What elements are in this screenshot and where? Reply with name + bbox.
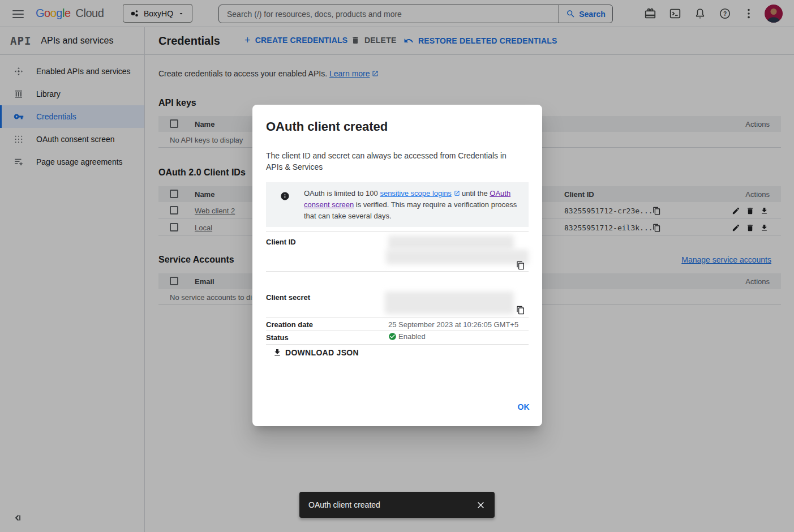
oauth-client-created-dialog: OAuth client created The client ID and s… bbox=[252, 105, 542, 426]
verification-notice: OAuth is limited to 100 sensitive scope … bbox=[266, 182, 529, 227]
notice-text: OAuth is limited to 100 sensitive scope … bbox=[304, 188, 523, 222]
dialog-title: OAuth client created bbox=[266, 119, 388, 134]
download-icon bbox=[273, 348, 282, 357]
notice-pre: OAuth is limited to 100 bbox=[304, 189, 380, 198]
check-circle-icon bbox=[388, 332, 397, 341]
sensitive-scope-logins-link[interactable]: sensitive scope logins bbox=[380, 189, 451, 198]
google-cloud-console: Google Cloud BoxyHQ Search ? bbox=[0, 0, 794, 532]
client-secret-label: Client secret bbox=[266, 293, 310, 302]
divider bbox=[266, 331, 529, 331]
status-badge: Enabled bbox=[388, 332, 426, 341]
client-secret-value-redacted bbox=[385, 291, 514, 314]
info-icon bbox=[280, 191, 290, 201]
copy-client-id-icon[interactable] bbox=[516, 261, 525, 270]
download-json-label: DOWNLOAD JSON bbox=[285, 348, 359, 357]
ok-button[interactable]: OK bbox=[509, 398, 538, 416]
copy-client-secret-icon[interactable] bbox=[516, 306, 525, 315]
divider bbox=[266, 344, 529, 345]
close-icon[interactable] bbox=[476, 500, 486, 510]
client-id-value-redacted bbox=[386, 250, 529, 264]
client-id-label: Client ID bbox=[266, 238, 296, 246]
snackbar: OAuth client created bbox=[299, 492, 495, 518]
divider bbox=[266, 231, 529, 232]
status-label: Status bbox=[266, 333, 289, 342]
dialog-subtitle: The client ID and secret can always be a… bbox=[266, 150, 515, 173]
creation-date-value: 25 September 2023 at 10:26:05 GMT+5 bbox=[388, 320, 518, 329]
ok-label: OK bbox=[517, 402, 530, 411]
snackbar-message: OAuth client created bbox=[308, 500, 380, 509]
divider bbox=[266, 318, 529, 318]
download-json-button[interactable]: DOWNLOAD JSON bbox=[273, 348, 359, 357]
divider bbox=[266, 271, 529, 272]
creation-date-label: Creation date bbox=[266, 320, 313, 329]
status-value: Enabled bbox=[398, 332, 426, 341]
client-id-value-redacted bbox=[388, 235, 514, 250]
notice-mid: until the bbox=[460, 189, 490, 198]
external-link-icon bbox=[454, 190, 460, 196]
